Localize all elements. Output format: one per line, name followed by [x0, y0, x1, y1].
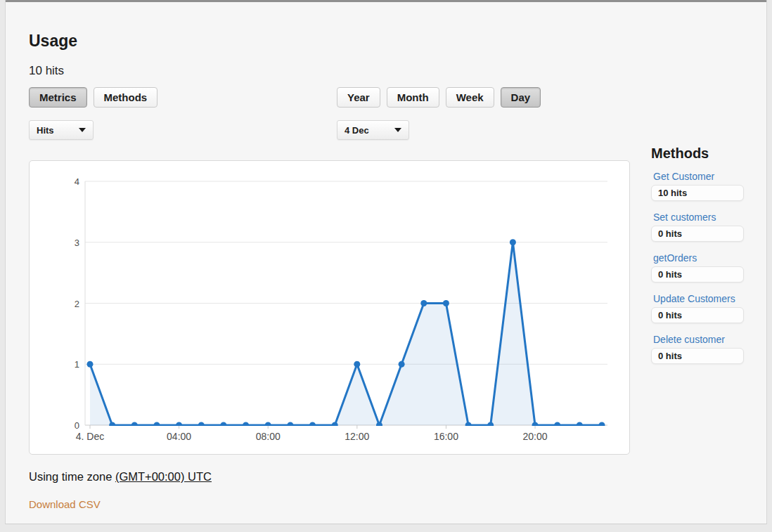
date-select[interactable]: 4 Dec — [337, 120, 409, 140]
method-hits-badge: 0 hits — [651, 307, 744, 323]
date-select-value: 4 Dec — [345, 125, 369, 136]
timezone-link[interactable]: (GMT+00:00) UTC — [115, 470, 212, 483]
list-item: Get Customer 10 hits — [651, 171, 757, 201]
metric-select[interactable]: Hits — [29, 120, 94, 140]
tab-methods[interactable]: Methods — [94, 87, 158, 108]
methods-sidebar: Methods Get Customer 10 hits Set custome… — [651, 145, 757, 375]
timezone-prefix: Using time zone — [29, 470, 115, 483]
usage-chart: 012344. Dec04:0008:0012:0016:0020:00 — [29, 160, 630, 455]
svg-text:20:00: 20:00 — [523, 431, 548, 442]
view-tab-group: Metrics Methods — [29, 87, 157, 108]
hits-area-chart: 012344. Dec04:0008:0012:0016:0020:00 — [30, 161, 629, 454]
list-item: Update Customers 0 hits — [651, 293, 757, 323]
svg-text:4: 4 — [75, 176, 79, 187]
methods-sidebar-title: Methods — [651, 145, 757, 162]
svg-text:04:00: 04:00 — [167, 431, 191, 442]
list-item: Delete customer 0 hits — [651, 334, 757, 364]
tab-day[interactable]: Day — [501, 87, 541, 108]
download-csv-link[interactable]: Download CSV — [29, 498, 101, 510]
page-title: Usage — [29, 32, 77, 51]
tab-year[interactable]: Year — [337, 87, 380, 108]
method-link-delete-customer[interactable]: Delete customer — [653, 334, 757, 345]
tab-month[interactable]: Month — [387, 87, 439, 108]
tab-metrics[interactable]: Metrics — [29, 87, 87, 108]
svg-text:12:00: 12:00 — [345, 431, 369, 442]
svg-text:16:00: 16:00 — [434, 431, 458, 442]
period-tab-group: Year Month Week Day — [337, 87, 541, 108]
total-hits-summary: 10 hits — [29, 64, 64, 78]
method-hits-badge: 0 hits — [651, 266, 744, 283]
method-link-get-customer[interactable]: Get Customer — [653, 171, 757, 182]
method-hits-badge: 0 hits — [651, 226, 744, 242]
method-link-getorders[interactable]: getOrders — [653, 252, 757, 264]
usage-page: Usage 10 hits Metrics Methods Year Month… — [5, 0, 767, 524]
timezone-note: Using time zone (GMT+00:00) UTC — [29, 470, 212, 484]
list-item: getOrders 0 hits — [651, 252, 757, 283]
metric-select-value: Hits — [37, 125, 54, 136]
list-item: Set customers 0 hits — [651, 212, 757, 242]
svg-text:08:00: 08:00 — [256, 431, 281, 442]
svg-text:1: 1 — [75, 359, 79, 370]
chevron-down-icon — [394, 128, 401, 132]
method-hits-badge: 0 hits — [651, 348, 744, 364]
method-hits-badge: 10 hits — [651, 185, 744, 201]
tab-week[interactable]: Week — [446, 87, 494, 108]
filter-row: Hits 4 Dec — [6, 120, 766, 140]
svg-text:4. Dec: 4. Dec — [76, 431, 104, 442]
svg-text:0: 0 — [75, 420, 79, 431]
svg-text:2: 2 — [75, 299, 79, 309]
svg-text:3: 3 — [75, 238, 79, 248]
chevron-down-icon — [79, 128, 86, 132]
method-link-set-customers[interactable]: Set customers — [653, 212, 757, 223]
method-link-update-customers[interactable]: Update Customers — [653, 293, 757, 304]
